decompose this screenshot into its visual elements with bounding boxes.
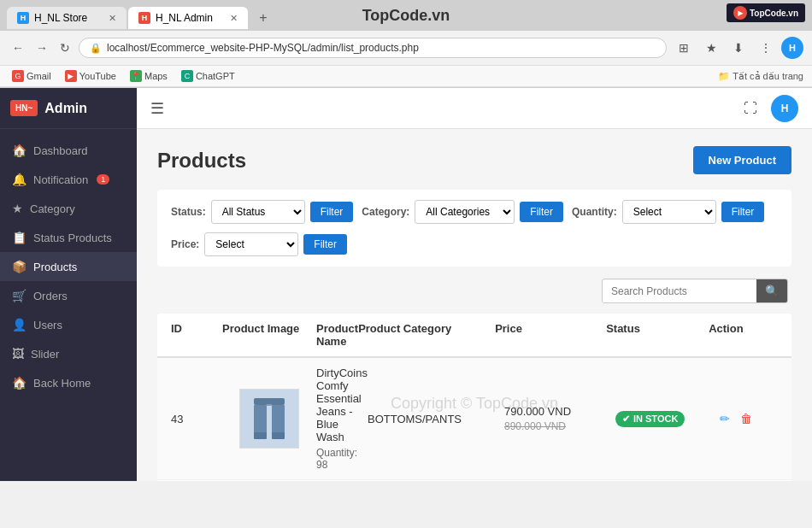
search-button[interactable]: 🔍 <box>756 279 787 302</box>
product-name-text-43: DirtyCoins Comfy Essential Jeans - Blue … <box>316 367 368 443</box>
sidebar-item-slider[interactable]: 🖼 Slider <box>0 339 137 368</box>
sidebar-header: HN~ Admin <box>0 88 137 129</box>
th-action: Action <box>709 322 786 348</box>
youtube-icon: ▶ <box>65 70 77 82</box>
fullscreen-icon[interactable]: ⛶ <box>738 97 762 120</box>
category-icon: ★ <box>12 202 23 215</box>
th-image: Product Image <box>222 322 316 348</box>
price-filter-button[interactable]: Filter <box>303 234 347 255</box>
address-bar[interactable]: 🔒 localhost/Ecommerce_website-PHP-MySQL/… <box>79 38 667 58</box>
bookmark-icon[interactable]: ★ <box>699 36 723 60</box>
search-input[interactable] <box>603 280 756 302</box>
table-row: 43 <box>157 358 791 480</box>
delete-button-43[interactable]: 🗑 <box>738 410 754 427</box>
sidebar-item-dashboard[interactable]: 🏠 Dashboard <box>0 136 137 165</box>
price-filter-select[interactable]: Select < 500K 500K-1M > 1M <box>204 232 298 256</box>
status-filter-button[interactable]: Filter <box>310 202 354 222</box>
bookmarks-more-label: Tất cả dấu trang <box>733 71 803 82</box>
topbar-left: ☰ <box>150 99 164 118</box>
tab-label-store: H_NL Store <box>34 12 87 24</box>
jeans-svg <box>240 390 298 448</box>
hamburger-button[interactable]: ☰ <box>150 99 164 118</box>
sidebar-item-back-home-label: Back Home <box>33 377 91 390</box>
status-products-icon: 📋 <box>12 231 26 244</box>
notification-badge: 1 <box>97 174 109 185</box>
dashboard-icon: 🏠 <box>12 144 26 157</box>
th-category: Product Category <box>358 322 495 348</box>
browser-tab-store[interactable]: H H_NL Store ✕ <box>7 7 127 29</box>
filter-group-price: Price: Select < 500K 500K-1M > 1M Filter <box>171 232 347 256</box>
users-icon: 👤 <box>12 318 26 331</box>
tab-add-button[interactable]: + <box>253 8 274 28</box>
sidebar-item-back-home[interactable]: 🏠 Back Home <box>0 368 137 397</box>
sidebar-item-products-label: Products <box>33 261 77 273</box>
status-filter-select[interactable]: All Status In Stock Pre Order Out of Sto… <box>211 200 305 224</box>
new-product-button[interactable]: New Product <box>693 146 791 174</box>
bookmarks-more[interactable]: 📁 Tất cả dấu trang <box>718 71 803 82</box>
nav-actions: ⊞ ★ ⬇ ⋮ H <box>672 36 803 60</box>
tab-close-admin[interactable]: ✕ <box>230 13 238 24</box>
notification-icon: 🔔 <box>12 173 26 186</box>
folder-icon: 📁 <box>718 71 730 82</box>
bookmark-maps-label: Maps <box>144 71 168 81</box>
svg-rect-2 <box>254 405 267 434</box>
topbar: ☰ ⛶ H <box>137 88 812 129</box>
category-filter-label: Category: <box>362 206 409 218</box>
sidebar-item-notification[interactable]: 🔔 Notification 1 <box>0 165 137 194</box>
bookmark-maps[interactable]: 📍 Maps <box>127 68 171 84</box>
extensions-icon[interactable]: ⊞ <box>672 36 696 60</box>
price-main-43: 790.000 VND <box>504 405 615 418</box>
browser-nav: ← → ↻ 🔒 localhost/Ecommerce_website-PHP-… <box>0 31 812 66</box>
user-avatar-nav[interactable]: H <box>781 37 803 59</box>
quantity-filter-button[interactable]: Filter <box>721 202 765 222</box>
sidebar-item-products[interactable]: 📦 Products <box>0 252 137 281</box>
products-table: ID Product Image Product Name Product Ca… <box>157 314 791 481</box>
sidebar-nav: 🏠 Dashboard 🔔 Notification 1 ★ Category … <box>0 129 137 481</box>
url-text: localhost/Ecommerce_website-PHP-MySQL/ad… <box>107 42 419 54</box>
logo-text: TopCode.vn <box>750 9 798 18</box>
category-filter-button[interactable]: Filter <box>520 202 563 222</box>
user-avatar[interactable]: H <box>771 95 798 122</box>
lock-icon: 🔒 <box>90 43 102 54</box>
th-price: Price <box>495 322 606 348</box>
topcode-logo: ▶ TopCode.vn <box>727 3 805 22</box>
page-title: Products <box>157 149 246 173</box>
search-box: 🔍 <box>602 279 788 303</box>
app-wrapper: HN~ Admin 🏠 Dashboard 🔔 Notification 1 ★… <box>0 88 812 481</box>
price-filter-label: Price: <box>171 238 199 250</box>
filter-group-status: Status: All Status In Stock Pre Order Ou… <box>171 200 353 224</box>
bookmark-youtube-label: YouTube <box>79 71 116 81</box>
tab-favicon-store: H <box>17 12 29 24</box>
tab-label-admin: H_NL Admin <box>156 12 213 24</box>
category-filter-select[interactable]: All Categories Tops Bottoms/Pants Bags/B… <box>415 200 515 224</box>
edit-button-43[interactable]: ✏ <box>718 410 732 427</box>
svg-rect-4 <box>254 432 267 439</box>
product-qty-43: Quantity: 98 <box>316 447 368 471</box>
settings-icon[interactable]: ⋮ <box>754 36 778 60</box>
download-icon[interactable]: ⬇ <box>727 36 750 60</box>
sidebar-item-category[interactable]: ★ Category <box>0 194 137 223</box>
slider-icon: 🖼 <box>12 347 24 361</box>
orders-icon: 🛒 <box>12 289 26 302</box>
status-badge-43: ✔ IN STOCK <box>615 411 685 427</box>
tab-close-store[interactable]: ✕ <box>109 13 116 24</box>
filters-row: Status: All Status In Stock Pre Order Ou… <box>157 190 791 267</box>
product-image-placeholder <box>239 389 299 449</box>
sidebar-logo: HN~ <box>10 100 38 116</box>
quantity-filter-select[interactable]: Select < 50 50-100 > 100 <box>622 200 716 224</box>
nav-back-button[interactable]: ← <box>9 39 27 56</box>
bookmark-gmail[interactable]: G Gmail <box>9 68 55 84</box>
filter-group-quantity: Quantity: Select < 50 50-100 > 100 Filte… <box>572 200 764 224</box>
sidebar-item-slider-label: Slider <box>31 348 59 361</box>
sidebar-title: Admin <box>44 101 87 116</box>
sidebar-item-status-products[interactable]: 📋 Status Products <box>0 223 137 252</box>
row-id-43: 43 <box>171 413 222 425</box>
bookmark-chatgpt[interactable]: C ChatGPT <box>178 68 238 84</box>
bookmark-youtube[interactable]: ▶ YouTube <box>62 68 120 84</box>
sidebar-item-users[interactable]: 👤 Users <box>0 310 137 339</box>
browser-tab-admin[interactable]: H H_NL Admin ✕ <box>128 7 248 29</box>
sidebar-item-orders[interactable]: 🛒 Orders <box>0 281 137 310</box>
nav-forward-button[interactable]: → <box>32 39 51 56</box>
sidebar-item-status-products-label: Status Products <box>33 232 112 244</box>
nav-refresh-button[interactable]: ↻ <box>56 39 74 56</box>
